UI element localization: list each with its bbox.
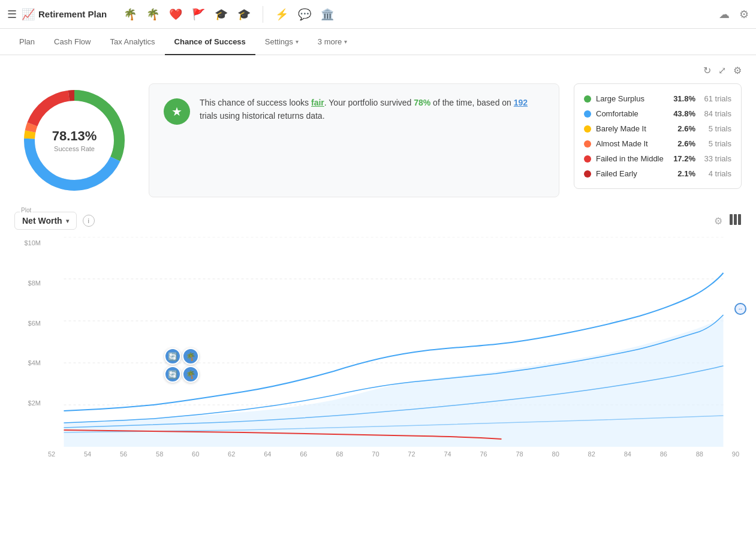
legend-dot-1 [584, 110, 591, 118]
plot-header: Plot Net Worth ▾ i ⚙ [14, 212, 742, 230]
scroll-indicator[interactable]: ↔ [734, 303, 746, 315]
refresh-icon[interactable]: ↻ [703, 65, 711, 76]
legend-row-3: Almost Made It 2.6% 5 trials [584, 136, 731, 151]
tab-taxanalytics[interactable]: Tax Analytics [100, 29, 164, 55]
legend-pct-2: 2.6% [669, 124, 695, 133]
tab-chanceofsuccess[interactable]: Chance of Success [165, 29, 255, 55]
nav-icon-5[interactable]: 🎓 [215, 8, 228, 21]
legend-name-2: Barely Made It [596, 124, 664, 133]
tab-settings[interactable]: Settings ▾ [255, 29, 308, 55]
plot-label-text: Plot [20, 207, 32, 214]
legend-pct-4: 17.2% [669, 154, 695, 163]
x-label-76: 76 [478, 450, 490, 458]
legend-trials-4: 33 trials [700, 154, 731, 163]
settings-icon[interactable]: ⚙ [739, 8, 749, 21]
app-logo[interactable]: 📈 Retirement Plan [22, 8, 107, 21]
info-circle-icon[interactable]: i [83, 215, 95, 227]
nav-icon-3[interactable]: ❤️ [169, 8, 182, 21]
top-right-controls: ☁ ⚙ [719, 8, 749, 21]
legend-trials-3: 5 trials [700, 139, 731, 148]
legend-dot-4 [584, 155, 591, 163]
columns-icon[interactable] [730, 214, 742, 228]
nav-icon-8[interactable]: 💬 [298, 8, 311, 21]
chart-icon-1[interactable]: 🔄 [164, 348, 181, 365]
legend-pct-0: 31.8% [669, 94, 695, 103]
x-label-70: 70 [369, 450, 381, 458]
chart-svg [46, 237, 742, 447]
tab-plan[interactable]: Plan [10, 29, 44, 55]
nav-icon-1[interactable]: 🌴 [124, 8, 137, 21]
x-label-56: 56 [118, 450, 129, 458]
settings-arrow-icon: ▾ [296, 38, 299, 45]
info-text: This chance of success looks fair. Your … [200, 96, 544, 123]
legend-dot-5 [584, 170, 591, 178]
x-label-54: 54 [82, 450, 94, 458]
legend-row-1: Comfortable 43.8% 84 trials [584, 106, 731, 121]
donut-label: Success Rate [52, 145, 97, 152]
logo-icon: 📈 [22, 8, 35, 21]
legend-row-2: Barely Made It 2.6% 5 trials [584, 121, 731, 136]
x-label-60: 60 [189, 450, 201, 458]
expand-icon[interactable]: ⤢ [718, 65, 726, 76]
star-badge: ★ [164, 98, 190, 125]
chart-icon-2[interactable]: 🌴 [182, 348, 199, 365]
tab-more[interactable]: 3 more ▾ [308, 29, 357, 55]
chart-wrapper: $10M $8M $6M $4M $2M [14, 237, 742, 458]
nav-icons-right: ⚡ 💬 🏛️ [270, 8, 339, 21]
tab-cashflow[interactable]: Cash Flow [44, 29, 100, 55]
nav-divider [263, 6, 263, 23]
info-card: ★ This chance of success looks fair. You… [149, 83, 559, 197]
fair-link[interactable]: fair [311, 98, 324, 107]
pct-value: 78% [414, 98, 430, 107]
legend-pct-5: 2.1% [669, 169, 695, 178]
chart-icon-4[interactable]: 🌴 [182, 366, 199, 383]
donut-chart: 78.13% Success Rate [14, 83, 134, 197]
y-axis: $10M $8M $6M $4M $2M [14, 237, 46, 458]
nav-icons-left: 🌴 🌴 ❤️ 🚩 🎓 🎓 [119, 8, 255, 21]
net-worth-dropdown[interactable]: Net Worth ▾ [22, 215, 69, 227]
nav-icon-6[interactable]: 🎓 [237, 8, 251, 21]
nav-icon-9[interactable]: 🏛️ [321, 8, 334, 21]
settings-gear-icon[interactable]: ⚙ [733, 65, 742, 76]
menu-icon[interactable]: ☰ [7, 8, 17, 21]
x-label-88: 88 [694, 450, 706, 458]
chart-svg-container: 🔄 🌴 🔄 🌴 ↔ 52 54 56 58 60 62 64 66 68 [46, 237, 742, 458]
x-label-66: 66 [297, 450, 309, 458]
dropdown-arrow-icon: ▾ [66, 218, 69, 224]
filter-icon[interactable]: ⚙ [714, 215, 722, 227]
legend-table: Large Surplus 31.8% 61 trials Comfortabl… [574, 83, 742, 189]
more-arrow-icon: ▾ [344, 38, 347, 45]
y-label-6m-top: $6M [14, 320, 46, 327]
plot-label-box: Plot Net Worth ▾ [14, 212, 77, 230]
chart-icon-3[interactable]: 🔄 [164, 366, 181, 383]
nav-icon-4[interactable]: 🚩 [192, 8, 205, 21]
legend-trials-2: 5 trials [700, 124, 731, 133]
legend-name-4: Failed in the Middle [596, 154, 664, 163]
main-content: ↻ ⤢ ⚙ 78.13% [0, 55, 756, 467]
nav-icon-2[interactable]: 🌴 [146, 8, 159, 21]
legend-dot-3 [584, 140, 591, 148]
x-label-62: 62 [225, 450, 237, 458]
top-nav: ☰ 📈 Retirement Plan 🌴 🌴 ❤️ 🚩 🎓 🎓 ⚡ 💬 🏛️ … [0, 0, 756, 29]
nav-icon-7[interactable]: ⚡ [275, 8, 288, 21]
net-worth-label: Net Worth [22, 216, 62, 226]
x-label-64: 64 [261, 450, 273, 458]
legend-trials-1: 84 trials [700, 109, 731, 118]
legend-dot-2 [584, 125, 591, 133]
trials-link[interactable]: 192 [514, 98, 528, 107]
cloud-icon[interactable]: ☁ [719, 8, 730, 21]
svg-rect-8 [734, 214, 737, 225]
plot-section: Plot Net Worth ▾ i ⚙ [14, 212, 742, 458]
tab-bar: Plan Cash Flow Tax Analytics Chance of S… [0, 29, 756, 55]
y-label-10m: $10M [14, 239, 46, 247]
x-label-68: 68 [333, 450, 345, 458]
x-label-78: 78 [514, 450, 526, 458]
x-axis: 52 54 56 58 60 62 64 66 68 70 72 74 76 7… [46, 447, 742, 458]
legend-name-3: Almost Made It [596, 139, 664, 148]
legend-row-4: Failed in the Middle 17.2% 33 trials [584, 151, 731, 166]
top-controls: ↻ ⤢ ⚙ [14, 65, 742, 76]
legend-name-5: Failed Early [596, 169, 664, 178]
x-label-74: 74 [442, 450, 454, 458]
legend-row-5: Failed Early 2.1% 4 trials [584, 166, 731, 181]
legend-name-0: Large Surplus [596, 94, 664, 103]
